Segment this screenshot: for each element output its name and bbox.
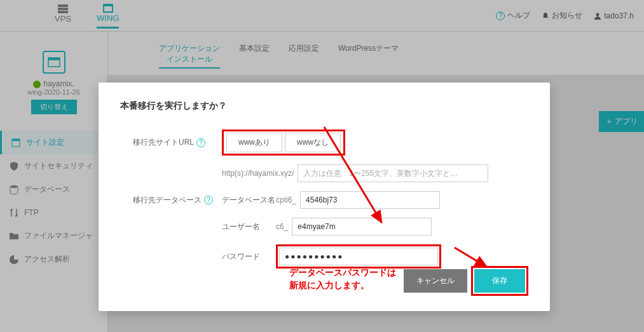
dbuser-input[interactable] (292, 218, 432, 236)
save-highlight: 保存 (471, 266, 528, 296)
save-button[interactable]: 保存 (474, 269, 525, 293)
cancel-button[interactable]: キャンセル (404, 269, 467, 293)
migration-modal: 本番移行を実行しますか？ 移行先サイトURL? wwwあり wwwなし http… (99, 83, 550, 311)
label-site-url: 移行先サイトURL? (120, 137, 222, 148)
modal-title: 本番移行を実行しますか？ (120, 100, 528, 112)
label-password: パスワード (222, 251, 276, 262)
url-prefix: http(s)://hayamix.xyz/ (222, 169, 294, 178)
password-highlight (276, 244, 441, 269)
www-option-group: wwwあり wwwなし (222, 129, 345, 156)
dbname-prefix: cpti6_ (276, 196, 296, 204)
label-dbuser: ユーザー名 (222, 222, 276, 232)
dbname-input[interactable] (300, 191, 440, 209)
option-www-yes[interactable]: wwwあり (226, 133, 282, 152)
annotation-note: データベースパスワードは 新規に入力します。 (289, 267, 396, 291)
label-db: 移行先データベース? (120, 195, 222, 206)
option-www-no[interactable]: wwwなし (285, 133, 341, 152)
label-dbname: データベース名 (222, 195, 276, 206)
url-path-input[interactable] (298, 164, 488, 182)
dbuser-prefix: c6_ (276, 222, 288, 231)
help-icon[interactable]: ? (196, 138, 205, 147)
help-icon[interactable]: ? (204, 196, 213, 204)
password-input[interactable] (279, 248, 438, 265)
